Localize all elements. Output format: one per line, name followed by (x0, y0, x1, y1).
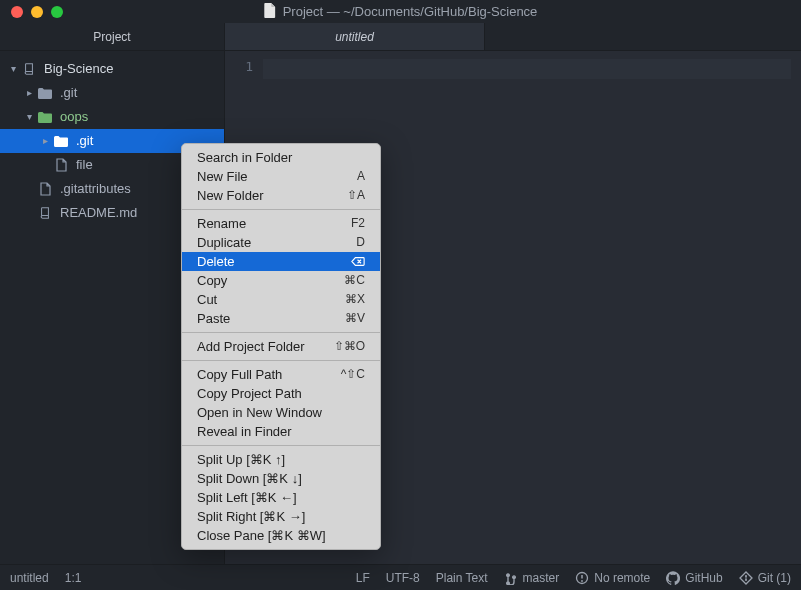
chevron-down-icon: ▾ (6, 57, 20, 81)
context-menu-shortcut (351, 256, 365, 267)
context-menu-item[interactable]: Search in Folder (182, 148, 380, 167)
tree-item-label: oops (60, 105, 88, 129)
tree-item-label: README.md (60, 201, 137, 225)
context-menu-label: New Folder (197, 187, 263, 204)
folder-icon (52, 136, 70, 147)
context-menu-label: Search in Folder (197, 149, 292, 166)
context-menu-label: Duplicate (197, 234, 251, 251)
context-menu-divider (182, 332, 380, 333)
status-branch-label: master (523, 571, 560, 585)
folder-icon (36, 88, 54, 99)
status-github-label: GitHub (685, 571, 722, 585)
window-title: Project — ~/Documents/GitHub/Big-Science (264, 3, 538, 21)
tree-item-git[interactable]: ▸ .git (0, 81, 224, 105)
tree-root-label: Big-Science (44, 57, 113, 81)
context-menu-label: Split Up [⌘K ↑] (197, 451, 285, 468)
context-menu-divider (182, 209, 380, 210)
context-menu-item[interactable]: Reveal in Finder (182, 422, 380, 441)
repo-icon (20, 63, 38, 75)
context-menu-label: Copy Full Path (197, 366, 282, 383)
status-eol[interactable]: LF (356, 571, 370, 585)
editor-tab-label: untitled (335, 30, 374, 44)
editor-active-line[interactable] (263, 59, 791, 79)
window-close-button[interactable] (11, 6, 23, 18)
tree-item-oops[interactable]: ▾ oops (0, 105, 224, 129)
context-menu-label: Split Left [⌘K ←] (197, 489, 297, 506)
context-menu-item[interactable]: Open in New Window (182, 403, 380, 422)
window-controls (11, 6, 63, 18)
context-menu-item[interactable]: DuplicateD (182, 233, 380, 252)
sidebar-tab-project[interactable]: Project (0, 23, 224, 51)
context-menu-label: Paste (197, 310, 230, 327)
context-menu-label: Copy Project Path (197, 385, 302, 402)
context-menu-shortcut: ⌘C (344, 272, 365, 289)
status-remote-label: No remote (594, 571, 650, 585)
context-menu-label: Cut (197, 291, 217, 308)
context-menu-label: Rename (197, 215, 246, 232)
document-icon (264, 3, 276, 21)
book-icon (36, 207, 54, 219)
status-git[interactable]: Git (1) (739, 571, 791, 585)
git-icon (739, 571, 753, 585)
file-icon (36, 182, 54, 196)
status-lang[interactable]: Plain Text (436, 571, 488, 585)
context-menu-item[interactable]: Delete (182, 252, 380, 271)
context-menu-shortcut: ⇧A (347, 187, 365, 204)
context-menu-shortcut: ⌘V (345, 310, 365, 327)
context-menu: Search in FolderNew FileANew Folder⇧ARen… (181, 143, 381, 550)
context-menu-shortcut: F2 (351, 215, 365, 232)
context-menu-label: Open in New Window (197, 404, 322, 421)
context-menu-shortcut: D (356, 234, 365, 251)
context-menu-label: Copy (197, 272, 227, 289)
context-menu-label: Split Right [⌘K →] (197, 508, 305, 525)
context-menu-divider (182, 360, 380, 361)
context-menu-label: Add Project Folder (197, 338, 305, 355)
window-zoom-button[interactable] (51, 6, 63, 18)
editor-tab-untitled[interactable]: untitled (225, 23, 485, 50)
sidebar-tab-label: Project (93, 30, 130, 44)
context-menu-shortcut: ⇧⌘O (334, 338, 365, 355)
editor-content[interactable]: 1 (225, 51, 801, 79)
context-menu-item[interactable]: New Folder⇧A (182, 186, 380, 205)
status-bar: untitled 1:1 LF UTF-8 Plain Text master … (0, 564, 801, 590)
tree-item-label: .gitattributes (60, 177, 131, 201)
context-menu-item[interactable]: Split Up [⌘K ↑] (182, 450, 380, 469)
context-menu-shortcut: ^⇧C (341, 366, 365, 383)
tree-root[interactable]: ▾ Big-Science (0, 57, 224, 81)
context-menu-item[interactable]: Cut⌘X (182, 290, 380, 309)
chevron-down-icon: ▾ (22, 105, 36, 129)
context-menu-item[interactable]: Split Left [⌘K ←] (182, 488, 380, 507)
context-menu-item[interactable]: Copy⌘C (182, 271, 380, 290)
status-encoding[interactable]: UTF-8 (386, 571, 420, 585)
warning-icon (575, 571, 589, 585)
context-menu-label: New File (197, 168, 248, 185)
tree-item-label: file (76, 153, 93, 177)
context-menu-item[interactable]: Paste⌘V (182, 309, 380, 328)
context-menu-item[interactable]: Add Project Folder⇧⌘O (182, 337, 380, 356)
status-file[interactable]: untitled (10, 571, 49, 585)
context-menu-item[interactable]: Copy Project Path (182, 384, 380, 403)
context-menu-shortcut: ⌘X (345, 291, 365, 308)
window-title-text: Project — ~/Documents/GitHub/Big-Science (283, 4, 538, 19)
file-icon (52, 158, 70, 172)
status-github[interactable]: GitHub (666, 571, 722, 585)
context-menu-item[interactable]: Close Pane [⌘K ⌘W] (182, 526, 380, 545)
context-menu-label: Reveal in Finder (197, 423, 292, 440)
window-minimize-button[interactable] (31, 6, 43, 18)
context-menu-item[interactable]: Split Right [⌘K →] (182, 507, 380, 526)
tree-item-label: .git (76, 129, 93, 153)
status-cursor[interactable]: 1:1 (65, 571, 82, 585)
context-menu-label: Close Pane [⌘K ⌘W] (197, 527, 326, 544)
context-menu-item[interactable]: Copy Full Path^⇧C (182, 365, 380, 384)
status-remote[interactable]: No remote (575, 571, 650, 585)
context-menu-item[interactable]: New FileA (182, 167, 380, 186)
context-menu-item[interactable]: Split Down [⌘K ↓] (182, 469, 380, 488)
status-branch[interactable]: master (504, 571, 560, 585)
context-menu-divider (182, 445, 380, 446)
context-menu-label: Delete (197, 253, 235, 270)
context-menu-shortcut: A (357, 168, 365, 185)
chevron-right-icon: ▸ (38, 129, 52, 153)
context-menu-item[interactable]: RenameF2 (182, 214, 380, 233)
svg-point-1 (581, 580, 583, 582)
line-number: 1 (225, 59, 263, 79)
